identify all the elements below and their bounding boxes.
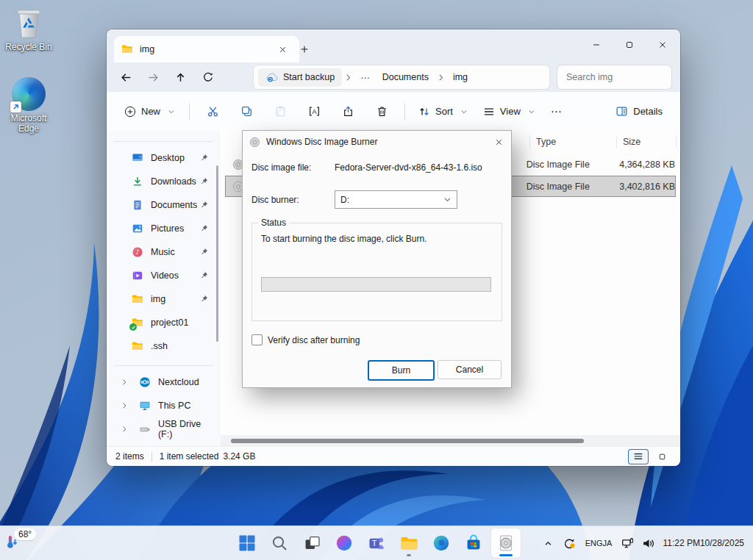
refresh-icon[interactable]: [194, 65, 221, 89]
view-toggles: [624, 450, 671, 464]
new-button[interactable]: New: [117, 98, 183, 125]
sidebar-item-documents[interactable]: Documents: [110, 193, 218, 217]
item-count: 2 items: [115, 451, 144, 462]
column-header-size[interactable]: Size: [617, 135, 677, 148]
status-text: To start burning the disc image, click B…: [261, 234, 427, 244]
tab-img[interactable]: img: [114, 36, 299, 62]
details-pane-button[interactable]: Details: [608, 98, 670, 125]
new-tab-button[interactable]: [295, 40, 314, 59]
tab-close-icon[interactable]: [273, 40, 292, 59]
taskbar-center-icons: [232, 528, 521, 558]
copy-button[interactable]: [229, 98, 263, 125]
sidebar-scrollbar[interactable]: [216, 165, 218, 342]
back-icon[interactable]: [113, 65, 140, 89]
task-view-icon: [304, 535, 321, 552]
close-button[interactable]: [646, 29, 679, 60]
start-backup-button[interactable]: Start backup: [258, 68, 342, 87]
sidebar-item-nextcloud[interactable]: Nextcloud: [117, 370, 218, 394]
folder-icon: [132, 340, 143, 352]
verify-disc-checkbox-row[interactable]: Verify disc after burning: [251, 334, 360, 345]
tray-chevron-up-icon[interactable]: [539, 530, 558, 556]
chevron-right-icon[interactable]: [117, 425, 132, 434]
rename-button[interactable]: [297, 98, 331, 125]
minimize-button[interactable]: [579, 29, 613, 60]
language-indicator[interactable]: ENG JA: [580, 530, 618, 556]
sidebar-item-videos[interactable]: Videos: [110, 264, 218, 287]
search-box: [557, 65, 671, 89]
edge-button[interactable]: [427, 528, 456, 558]
selection-count: 1 item selected: [160, 451, 219, 462]
window-caption-buttons: [579, 29, 679, 60]
language-primary: ENG: [585, 539, 603, 548]
forward-icon[interactable]: [140, 65, 167, 89]
cut-icon: [207, 105, 219, 118]
sidebar-label: Pictures: [151, 223, 184, 234]
cut-button[interactable]: [196, 98, 229, 125]
dialog-title-bar[interactable]: Windows Disc Image Burner: [243, 131, 511, 153]
sidebar-item-project01[interactable]: project01: [110, 311, 218, 334]
desktop-icon-microsoft-edge[interactable]: Microsoft Edge: [0, 77, 57, 134]
network-icon[interactable]: [617, 530, 638, 556]
up-icon[interactable]: [167, 65, 194, 89]
update-pending-icon[interactable]: [558, 530, 580, 556]
start-backup-label: Start backup: [283, 72, 335, 82]
command-bar: New Sort View ⋯ Details: [107, 92, 680, 132]
folder-icon: [400, 534, 418, 553]
desktop-icon-recycle-bin[interactable]: Recycle Bin: [0, 6, 57, 52]
file-type: Disc Image File: [527, 159, 613, 170]
maximize-button[interactable]: [613, 29, 646, 60]
paste-button[interactable]: [263, 98, 297, 125]
chevron-right-icon[interactable]: [117, 378, 132, 387]
sidebar-item-this-pc[interactable]: This PC: [117, 394, 218, 417]
store-icon: [465, 534, 482, 552]
breadcrumb-documents[interactable]: Documents: [376, 72, 435, 82]
music-icon: [132, 246, 143, 258]
sidebar-item-img[interactable]: img: [110, 287, 218, 311]
pin-icon: [199, 176, 209, 186]
breadcrumb-img[interactable]: img: [447, 72, 474, 82]
sidebar-item-desktop[interactable]: Desktop: [110, 146, 218, 170]
sidebar-item-usb-drive[interactable]: USB Drive (F:): [117, 417, 218, 441]
horizontal-scrollbar-thumb[interactable]: [231, 439, 584, 443]
sidebar-label: Downloads: [151, 176, 196, 187]
disc-burner-app-button[interactable]: [491, 528, 521, 558]
thumbnail-view-toggle[interactable]: [652, 450, 671, 464]
search-input[interactable]: [557, 72, 680, 82]
volume-icon[interactable]: [638, 530, 658, 556]
view-button[interactable]: View: [476, 98, 543, 125]
copilot-button[interactable]: [329, 528, 359, 558]
file-explorer-button[interactable]: [394, 528, 424, 558]
details-view-toggle[interactable]: [629, 450, 648, 464]
sidebar-item-music[interactable]: Music: [110, 240, 218, 264]
disc-image-file-row: Disc image file: Fedora-Server-dvd-x86_6…: [251, 162, 502, 173]
start-button[interactable]: [232, 528, 262, 558]
delete-button[interactable]: [365, 98, 399, 125]
sidebar-item-downloads[interactable]: Downloads: [110, 170, 218, 193]
taskbar-search-button[interactable]: [265, 528, 294, 558]
chevron-down-icon: [443, 195, 452, 204]
verify-disc-checkbox[interactable]: [251, 334, 263, 345]
more-options-button[interactable]: ⋯: [543, 98, 570, 125]
chevron-right-icon[interactable]: [117, 401, 132, 410]
column-header-type[interactable]: Type: [530, 135, 617, 148]
sidebar-item-pictures[interactable]: Pictures: [110, 217, 218, 240]
sidebar-item-ssh[interactable]: .ssh: [110, 334, 218, 358]
store-button[interactable]: [459, 528, 488, 558]
file-size: 4,364,288 KB: [613, 159, 675, 170]
share-button[interactable]: [331, 98, 365, 125]
folder-icon: [121, 43, 133, 55]
folder-icon: [132, 293, 143, 305]
disc-burner-select[interactable]: D:: [335, 190, 457, 209]
breadcrumb-ellipsis[interactable]: ⋯: [354, 72, 376, 83]
clock[interactable]: 11:22 PM 10/28/2025: [658, 530, 750, 556]
cancel-button[interactable]: Cancel: [438, 360, 502, 379]
copy-icon: [240, 105, 253, 118]
task-view-button[interactable]: [297, 528, 326, 558]
weather-widget[interactable]: 68°: [0, 526, 47, 560]
dialog-close-icon[interactable]: [486, 131, 511, 153]
sort-button[interactable]: Sort: [411, 98, 476, 125]
teams-button[interactable]: [362, 528, 391, 558]
sidebar-label: Nextcloud: [158, 377, 199, 387]
burn-button[interactable]: Burn: [368, 360, 435, 381]
status-group-label: Status: [258, 218, 289, 228]
